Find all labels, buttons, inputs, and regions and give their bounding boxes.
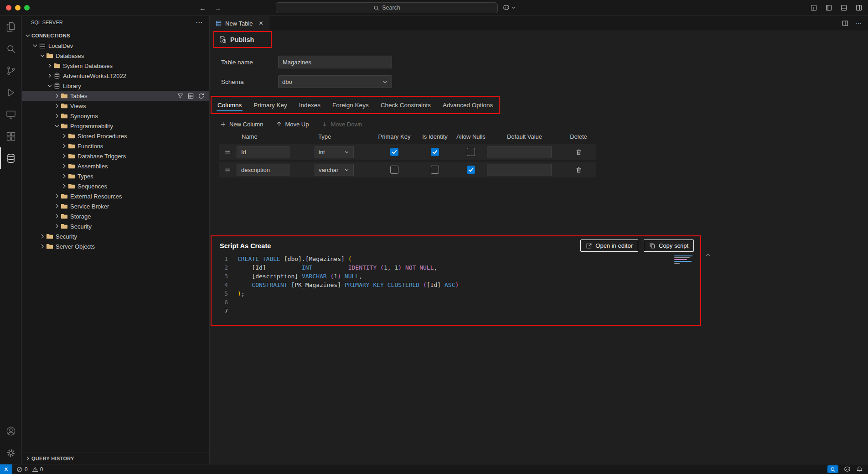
problems-status[interactable]: 0 0: [16, 466, 45, 473]
copilot-status-icon[interactable]: [843, 465, 851, 473]
zoom-indicator[interactable]: [827, 465, 838, 473]
tree-item-tables[interactable]: Tables: [22, 91, 209, 101]
tree-item-programmability[interactable]: Programmability: [22, 121, 209, 131]
activity-bar: [0, 16, 22, 464]
tree-item-external-resources[interactable]: External Resources: [22, 191, 209, 201]
line-number: 1: [212, 255, 228, 263]
filter-icon[interactable]: [177, 93, 184, 99]
designer-tab-foreign-keys[interactable]: Foreign Keys: [326, 97, 375, 113]
more-actions-icon[interactable]: ⋯: [196, 18, 203, 26]
default-value-input[interactable]: [487, 164, 552, 176]
tree-item-localdev[interactable]: LocalDev: [22, 41, 209, 51]
copilot-menu-button[interactable]: [502, 4, 516, 11]
schema-select[interactable]: dbo: [278, 75, 392, 88]
tree-item-database-triggers[interactable]: Database Triggers: [22, 151, 209, 161]
editor-more-actions-icon[interactable]: ⋯: [856, 20, 862, 27]
forward-button[interactable]: →: [214, 4, 221, 12]
is-identity-checkbox[interactable]: [431, 166, 439, 174]
refresh-icon[interactable]: [198, 93, 205, 99]
designer-tab-primary-key[interactable]: Primary Key: [248, 97, 293, 113]
tree-item-system-databases[interactable]: System Databases: [22, 61, 209, 71]
layout-sidebar-left-icon[interactable]: [825, 4, 832, 11]
publish-button[interactable]: Publish: [214, 36, 254, 43]
trash-icon[interactable]: [562, 167, 595, 173]
column-type-select[interactable]: int: [315, 146, 354, 158]
chevron-down-icon: [344, 167, 350, 173]
folder-icon: [61, 122, 70, 130]
bell-icon[interactable]: [856, 466, 863, 473]
tree-item-stored-procedures[interactable]: Stored Procedures: [22, 131, 209, 141]
column-name-input[interactable]: [237, 146, 289, 158]
line-number: 7: [212, 307, 228, 315]
tree-item-databases[interactable]: Databases: [22, 51, 209, 61]
activity-explorer-icon[interactable]: [0, 16, 21, 38]
activity-run-debug-icon[interactable]: [0, 82, 21, 104]
folder-icon: [68, 152, 78, 160]
table-name-input[interactable]: [278, 56, 392, 68]
tree-item-assemblies[interactable]: Assemblies: [22, 161, 209, 171]
split-editor-icon[interactable]: [842, 20, 849, 27]
tree-item-types[interactable]: Types: [22, 171, 209, 181]
allow-nulls-checkbox[interactable]: [467, 148, 475, 156]
designer-tab-check-constraints[interactable]: Check Constraints: [375, 97, 437, 113]
table-designer: Publish Table name Schema dbo ColumnsPri…: [210, 31, 868, 464]
open-in-editor-button[interactable]: Open in editor: [580, 240, 638, 252]
layout-panel-icon[interactable]: [840, 4, 847, 11]
tree-item-sequences[interactable]: Sequences: [22, 181, 209, 191]
tree-item-security[interactable]: Security: [22, 231, 209, 241]
tree-item-storage[interactable]: Storage: [22, 211, 209, 221]
script-panel-title: Script As Create: [220, 242, 271, 250]
magnifier-icon: [830, 467, 836, 472]
tree-item-functions[interactable]: Functions: [22, 141, 209, 151]
server-icon: [39, 42, 48, 49]
layout-grid-icon[interactable]: [810, 4, 817, 11]
tab-new-table[interactable]: New Table ✕: [210, 16, 269, 31]
activity-source-control-icon[interactable]: [0, 60, 21, 82]
layout-sidebar-right-icon[interactable]: [855, 4, 863, 11]
back-button[interactable]: ←: [199, 4, 206, 12]
query-history-section[interactable]: QUERY HISTORY: [22, 453, 209, 464]
designer-tab-columns[interactable]: Columns: [212, 97, 248, 113]
tree-item-views[interactable]: Views: [22, 101, 209, 111]
search-input[interactable]: Search: [276, 2, 498, 13]
remote-indicator[interactable]: [0, 464, 12, 474]
close-window-button[interactable]: [6, 5, 11, 10]
table-icon[interactable]: [187, 93, 194, 99]
close-tab-icon[interactable]: ✕: [258, 20, 263, 26]
new-column-button[interactable]: New Column: [220, 121, 263, 128]
primary-key-checkbox[interactable]: [390, 148, 398, 156]
window-controls: [6, 5, 30, 10]
chevron-up-icon[interactable]: [705, 252, 711, 258]
tree-item-library[interactable]: Library: [22, 81, 209, 91]
activity-remote-explorer-icon[interactable]: [0, 104, 21, 125]
tree-item-service-broker[interactable]: Service Broker: [22, 201, 209, 211]
trash-icon[interactable]: [562, 149, 595, 156]
move-up-button[interactable]: Move Up: [276, 121, 309, 128]
column-name-input[interactable]: [237, 164, 289, 176]
designer-tab-advanced-options[interactable]: Advanced Options: [437, 97, 499, 113]
activity-settings-gear-icon[interactable]: [0, 442, 21, 464]
tree-item-security[interactable]: Security: [22, 221, 209, 231]
tree-item-connections[interactable]: CONNECTIONS: [22, 31, 209, 41]
folder-icon: [61, 92, 70, 99]
tree-item-synonyms[interactable]: Synonyms: [22, 111, 209, 121]
activity-search-icon[interactable]: [0, 38, 21, 60]
drag-handle-icon[interactable]: [219, 149, 236, 156]
allow-nulls-checkbox[interactable]: [467, 166, 475, 174]
activity-sql-server-icon[interactable]: [0, 147, 21, 169]
drag-handle-icon[interactable]: [219, 167, 236, 173]
designer-tab-indexes[interactable]: Indexes: [293, 97, 326, 113]
zoom-window-button[interactable]: [24, 5, 30, 10]
minimize-window-button[interactable]: [15, 5, 21, 10]
script-code: 1CREATE TABLE [dbo].[Magazines] ( 2 [Id]…: [212, 255, 700, 315]
is-identity-checkbox[interactable]: [431, 148, 439, 156]
default-value-input[interactable]: [487, 146, 552, 158]
copy-script-button[interactable]: Copy script: [644, 240, 694, 252]
code-line-2: 2 [Id] INT IDENTITY (1, 1) NOT NULL,: [212, 263, 700, 272]
activity-account-icon[interactable]: [0, 420, 21, 442]
tree-item-adventureworkslt2022[interactable]: AdventureWorksLT2022: [22, 71, 209, 81]
tree-item-server-objects[interactable]: Server Objects: [22, 241, 209, 251]
column-type-select[interactable]: varchar: [315, 164, 354, 176]
activity-extensions-icon[interactable]: [0, 125, 21, 147]
primary-key-checkbox[interactable]: [390, 166, 398, 174]
